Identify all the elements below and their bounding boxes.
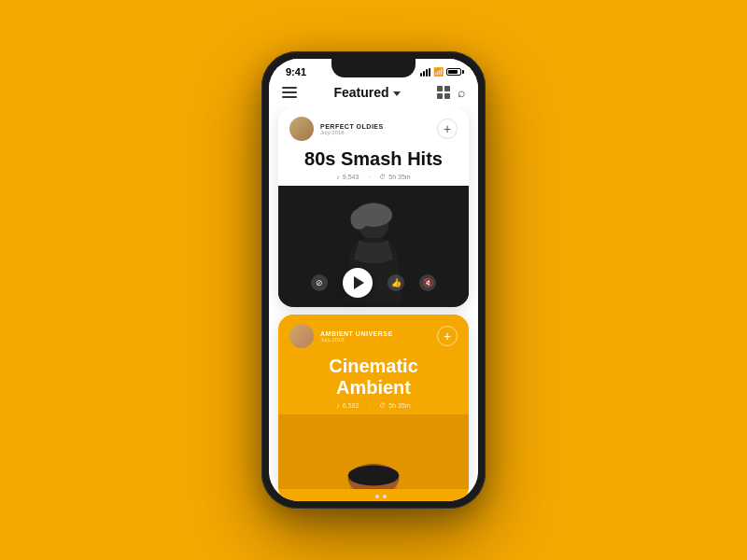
svg-point-7 — [348, 466, 400, 486]
slide-indicator — [278, 489, 469, 501]
hamburger-menu-button[interactable] — [282, 87, 297, 98]
stat-separator: · — [368, 174, 370, 180]
card1-author-date: July 2018 — [320, 130, 384, 135]
app-header: Featured ⌕ — [269, 79, 478, 107]
card1-author: PERFECT OLDIES July 2018 — [289, 117, 384, 141]
card1-title: 80s Smash Hits — [278, 147, 469, 174]
card2-duration: 5h 35m — [388, 402, 410, 409]
play-button[interactable] — [343, 268, 373, 298]
header-actions: ⌕ — [437, 85, 465, 100]
dot-3 — [383, 495, 387, 498]
status-time: 9:41 — [286, 66, 306, 77]
like-icon: 👍 — [391, 278, 402, 287]
card2-avatar — [289, 324, 314, 348]
card1-author-info: PERFECT OLDIES July 2018 — [320, 123, 384, 135]
search-button[interactable]: ⌕ — [458, 85, 465, 100]
phone-screen: 9:41 📶 Feature — [269, 59, 478, 501]
card2-clock-icon: ⏱ — [379, 402, 386, 409]
chevron-down-icon — [393, 91, 401, 96]
grid-view-icon[interactable] — [437, 86, 450, 99]
card2-title: Cinematic Ambient — [278, 354, 469, 402]
card2-followers-stat: ♪ 6,532 — [336, 402, 359, 409]
card1-add-icon: + — [444, 122, 451, 135]
card2-person-silhouette — [278, 414, 469, 489]
header-title-text: Featured — [333, 85, 388, 100]
card1-duration: 5h 35m — [388, 174, 410, 180]
dot-1 — [360, 495, 372, 498]
signal-icon — [420, 68, 430, 77]
notch — [331, 59, 416, 77]
svg-point-3 — [350, 209, 367, 230]
card1-header: PERFECT OLDIES July 2018 + — [278, 107, 469, 147]
mute-icon: 🔇 — [423, 278, 433, 287]
card2-followers-icon: ♪ — [336, 402, 340, 409]
card1-add-button[interactable]: + — [437, 119, 458, 139]
wifi-icon: 📶 — [433, 67, 444, 77]
card2-followers-count: 6,532 — [343, 402, 359, 409]
card2-author-info: AMBIENT UNIVERSE July 2018 — [320, 330, 393, 343]
card1-followers-count: 9,543 — [343, 174, 359, 180]
card2-stat-separator: · — [368, 402, 370, 409]
play-triangle-icon — [354, 276, 364, 289]
card2-stats: ♪ 6,532 · ⏱ 5h 35m — [278, 402, 469, 414]
card1-stats: ♪ 9,543 · ⏱ 5h 35m — [278, 174, 469, 186]
clock-icon: ⏱ — [379, 174, 386, 180]
dot-2 — [375, 495, 379, 498]
card1-duration-stat: ⏱ 5h 35m — [379, 174, 410, 180]
card2-header: AMBIENT UNIVERSE July 2018 + — [278, 315, 469, 354]
card1-author-name: PERFECT OLDIES — [320, 123, 384, 130]
card2-author-name: AMBIENT UNIVERSE — [320, 330, 393, 337]
card1-followers-stat: ♪ 9,543 — [336, 174, 359, 180]
card2-duration-stat: ⏱ 5h 35m — [379, 402, 410, 409]
card2-author: AMBIENT UNIVERSE July 2018 — [289, 324, 393, 348]
like-button[interactable]: 👍 — [388, 274, 404, 291]
header-title-area[interactable]: Featured — [333, 85, 400, 100]
scroll-content: PERFECT OLDIES July 2018 + 80s Smash Hit… — [269, 107, 478, 501]
card2-add-icon: + — [444, 329, 451, 343]
phone-container: 9:41 📶 Feature — [261, 51, 486, 509]
ban-button[interactable]: ⊘ — [311, 274, 328, 291]
battery-icon — [446, 68, 461, 76]
followers-icon: ♪ — [336, 174, 340, 180]
card1-image: ⊘ 👍 🔇 — [278, 186, 469, 307]
card2-add-button[interactable]: + — [437, 326, 458, 346]
status-icons: 📶 — [420, 67, 461, 77]
card2-image — [278, 414, 469, 489]
card-cinematic-ambient: AMBIENT UNIVERSE July 2018 + Cinematic A… — [278, 315, 469, 501]
card1-avatar — [289, 117, 314, 141]
card-80s-smash-hits: PERFECT OLDIES July 2018 + 80s Smash Hit… — [278, 107, 469, 307]
ban-icon: ⊘ — [316, 278, 323, 287]
play-controls: ⊘ 👍 🔇 — [278, 268, 469, 298]
card2-author-date: July 2018 — [320, 337, 393, 343]
mute-button[interactable]: 🔇 — [419, 274, 436, 291]
